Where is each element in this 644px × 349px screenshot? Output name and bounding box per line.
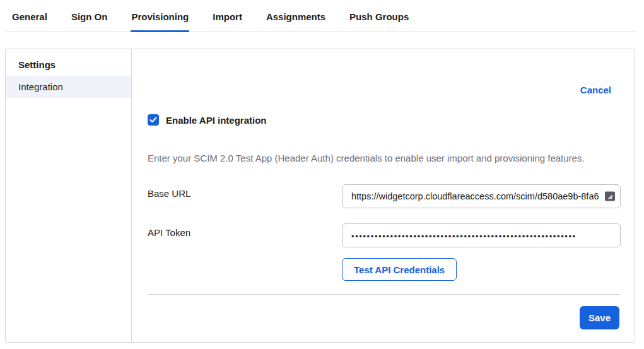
cancel-link[interactable]: Cancel — [580, 85, 611, 95]
settings-sidebar: Settings Integration — [6, 49, 132, 342]
tab-provisioning[interactable]: Provisioning — [131, 1, 189, 32]
tab-sign-on[interactable]: Sign On — [71, 1, 108, 32]
tab-assignments[interactable]: Assignments — [266, 1, 326, 32]
app-tab-bar: General Sign On Provisioning Import Assi… — [5, 0, 636, 32]
save-button[interactable]: Save — [580, 306, 619, 329]
provisioning-panel: Settings Integration Cancel Enable API i… — [5, 49, 635, 343]
enable-api-checkbox-label: Enable API integration — [166, 115, 266, 126]
tab-general[interactable]: General — [11, 1, 48, 32]
sidebar-item-integration[interactable]: Integration — [6, 76, 131, 98]
base-url-label: Base URL — [148, 188, 190, 199]
test-api-credentials-button[interactable]: Test API Credentials — [342, 258, 457, 281]
sidebar-header-settings: Settings — [6, 53, 131, 76]
credentials-description: Enter your SCIM 2.0 Test App (Header Aut… — [148, 153, 616, 163]
base-url-input[interactable] — [342, 184, 621, 208]
enable-api-checkbox[interactable] — [148, 114, 159, 126]
tab-push-groups[interactable]: Push Groups — [349, 1, 409, 32]
checkmark-icon — [149, 117, 157, 123]
tab-import[interactable]: Import — [212, 1, 243, 32]
api-token-label: API Token — [148, 227, 190, 238]
enable-api-integration-row: Enable API integration — [148, 114, 266, 126]
footer-divider — [148, 294, 620, 295]
text-cursor-artifact-icon: ◢ — [605, 192, 615, 201]
base-url-input-wrap: ◢ — [342, 184, 621, 208]
api-token-input[interactable] — [342, 223, 621, 247]
integration-settings-content: Cancel Enable API integration Enter your… — [132, 49, 635, 342]
api-token-input-wrap — [342, 223, 621, 247]
